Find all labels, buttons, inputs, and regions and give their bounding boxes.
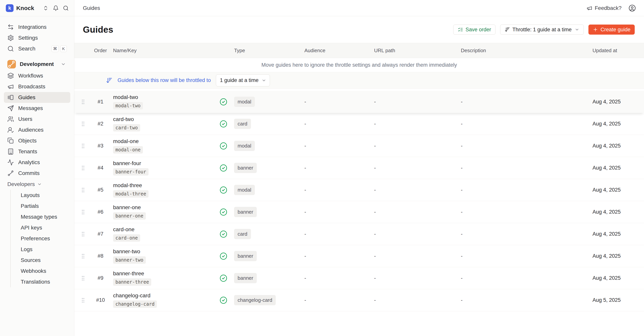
drag-handle-icon[interactable] xyxy=(74,275,92,281)
drag-handle-icon[interactable] xyxy=(74,231,92,237)
sidebar-item-label: Objects xyxy=(18,138,36,144)
throttle-divider-label[interactable]: Guides below this row will be throttled … xyxy=(118,77,211,83)
sidebar-item-users[interactable]: Users xyxy=(4,114,70,125)
sidebar-item-layouts[interactable]: Layouts xyxy=(11,190,70,201)
sidebar-item-search[interactable]: Search⌘K xyxy=(4,43,70,54)
sidebar-item-audiences[interactable]: Audiences xyxy=(4,125,70,135)
sidebar-item-objects[interactable]: Objects xyxy=(4,135,70,146)
guide-key-badge: banner-three xyxy=(113,278,151,286)
drag-handle-icon[interactable] xyxy=(74,187,92,193)
drag-handle-icon[interactable] xyxy=(74,297,92,303)
guide-row-modal-two[interactable]: #1 modal-two modal-two modal - - - Aug 4… xyxy=(74,91,644,113)
column-header-type: Type xyxy=(229,48,299,54)
guide-name[interactable]: changelog-card xyxy=(113,293,150,299)
notifications-bell-icon[interactable] xyxy=(53,5,59,11)
status-active-icon xyxy=(218,142,229,150)
guide-type-badge: modal xyxy=(234,97,255,107)
guide-description: - xyxy=(458,121,590,127)
guide-row-banner-four[interactable]: #4 banner-four banner-four banner - - - … xyxy=(74,157,644,179)
sidebar-item-webhooks[interactable]: Webhooks xyxy=(11,266,70,276)
guide-row-banner-one[interactable]: #6 banner-one banner-one banner - - - Au… xyxy=(74,201,644,223)
guide-name[interactable]: banner-three xyxy=(113,270,144,277)
search-icon[interactable] xyxy=(63,5,69,11)
sidebar-section-developers[interactable]: Developers xyxy=(4,179,70,190)
guide-name[interactable]: banner-one xyxy=(113,204,141,210)
sidebar-item-translations[interactable]: Translations xyxy=(11,276,70,287)
throttle-button-label: Throttle: 1 guide at a time xyxy=(512,27,572,33)
column-header-url-path: URL path xyxy=(369,48,458,54)
page-header: Guides Save order Throttle: 1 guide at a… xyxy=(74,16,644,43)
sidebar-item-messages[interactable]: Messages xyxy=(4,103,70,114)
environment-label: Development xyxy=(20,61,54,67)
sidebar-item-preferences[interactable]: Preferences xyxy=(11,233,70,244)
guide-audience: - xyxy=(299,253,369,259)
guide-row-banner-three[interactable]: #9 banner-three banner-three banner - - … xyxy=(74,267,644,289)
unthrottled-drop-zone[interactable]: Move guides here to ignore the throttle … xyxy=(74,58,644,72)
breadcrumb[interactable]: Guides xyxy=(83,5,100,11)
sidebar-item-label: Search xyxy=(18,46,36,52)
guide-updated-at: Aug 4, 2025 xyxy=(590,121,644,127)
throttle-dropdown-button[interactable]: Throttle: 1 guide at a time xyxy=(500,24,584,35)
guide-name[interactable]: modal-three xyxy=(113,182,142,188)
throttle-divider-row[interactable]: Guides below this row will be throttled … xyxy=(74,72,644,89)
sidebar-item-label: Broadcasts xyxy=(18,84,45,90)
sidebar-item-broadcasts[interactable]: Broadcasts xyxy=(4,81,70,92)
throttle-amount-select[interactable]: 1 guide at a time xyxy=(216,74,270,86)
sidebar-item-logs[interactable]: Logs xyxy=(11,244,70,255)
guide-description: - xyxy=(458,275,590,281)
sidebar-item-label: Settings xyxy=(18,35,38,41)
sidebar-item-analytics[interactable]: Analytics xyxy=(4,157,70,168)
guide-key-badge: modal-one xyxy=(113,146,143,154)
sidebar-item-tenants[interactable]: Tenants xyxy=(4,146,70,157)
sidebar-item-api-keys[interactable]: API keys xyxy=(11,222,70,233)
guide-order: #6 xyxy=(92,209,109,215)
save-order-button[interactable]: Save order xyxy=(453,24,496,35)
sidebar-item-commits[interactable]: Commits xyxy=(4,168,70,179)
guide-name[interactable]: banner-four xyxy=(113,160,141,167)
guide-row-modal-one[interactable]: #3 modal-one modal-one modal - - - Aug 4… xyxy=(74,135,644,157)
status-active-icon xyxy=(218,296,229,304)
sidebar-item-workflows[interactable]: Workflows xyxy=(4,70,70,81)
drag-handle-icon[interactable] xyxy=(74,143,92,149)
guide-description: - xyxy=(458,165,590,171)
feedback-button[interactable]: Feedback? xyxy=(586,5,622,11)
chevron-down-icon xyxy=(575,27,579,32)
guide-row-modal-three[interactable]: #5 modal-three modal-three modal - - - A… xyxy=(74,179,644,201)
guide-name[interactable]: modal-one xyxy=(113,138,139,145)
drag-handle-icon[interactable] xyxy=(74,99,92,105)
guide-name[interactable]: card-two xyxy=(113,116,134,122)
workspace-switcher[interactable]: k Knock xyxy=(0,0,74,16)
environment-switcher[interactable]: Development xyxy=(4,58,70,70)
sidebar-item-message-types[interactable]: Message types xyxy=(11,211,70,222)
guide-row-banner-two[interactable]: #8 banner-two banner-two banner - - - Au… xyxy=(74,245,644,267)
main-area: Guides Feedback? Guides Save order Throt… xyxy=(74,0,644,336)
drag-handle-icon[interactable] xyxy=(74,121,92,127)
drag-handle-icon[interactable] xyxy=(74,253,92,259)
sidebar-item-guides[interactable]: Guides xyxy=(4,92,70,103)
status-active-icon xyxy=(218,186,229,194)
sidebar-item-sources[interactable]: Sources xyxy=(11,255,70,266)
status-active-icon xyxy=(218,98,229,106)
guide-order: #4 xyxy=(92,165,109,171)
guide-updated-at: Aug 4, 2025 xyxy=(590,143,644,149)
guide-name[interactable]: banner-two xyxy=(113,248,140,255)
drag-handle-icon[interactable] xyxy=(74,165,92,171)
guide-row-changelog-card[interactable]: #10 changelog-card changelog-card change… xyxy=(74,289,644,311)
guide-row-card-two[interactable]: #2 card-two card-two card - - - Aug 4, 2… xyxy=(74,113,644,135)
sidebar-item-integrations[interactable]: Integrations xyxy=(4,22,70,32)
sidebar-item-partials[interactable]: Partials xyxy=(11,201,70,211)
guide-name[interactable]: card-one xyxy=(113,226,134,233)
table-header-row: Order Name/Key Type Audience URL path De… xyxy=(74,43,644,58)
status-active-icon xyxy=(218,164,229,172)
workspace-unfold-icon[interactable] xyxy=(43,5,48,11)
create-guide-button[interactable]: Create guide xyxy=(588,24,635,35)
sidebar: k Knock IntegrationsSettingsSearch⌘K Dev… xyxy=(0,0,74,336)
sidebar-item-settings[interactable]: Settings xyxy=(4,32,70,43)
user-avatar[interactable] xyxy=(628,4,636,12)
save-order-label: Save order xyxy=(466,27,491,33)
guide-row-card-one[interactable]: #7 card-one card-one card - - - Aug 4, 2… xyxy=(74,223,644,245)
sidebar-nav: IntegrationsSettingsSearch⌘K Development… xyxy=(0,16,74,287)
drag-handle-icon[interactable] xyxy=(74,209,92,215)
guide-name[interactable]: modal-two xyxy=(113,94,138,100)
guide-updated-at: Aug 4, 2025 xyxy=(590,275,644,281)
